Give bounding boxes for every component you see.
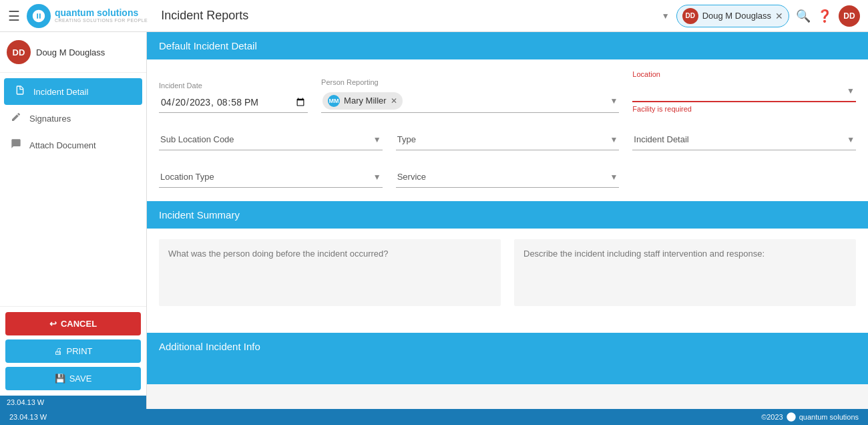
logo: quantum solutions CREATING SOLUTIONS FOR… bbox=[27, 4, 148, 28]
incident-detail-select[interactable]: Incident Detail ▼ bbox=[632, 129, 856, 150]
form-row-3: Location Type ▼ Service ▼ bbox=[159, 166, 856, 188]
summary-textarea-1[interactable] bbox=[159, 239, 501, 306]
header-user-avatar: DD bbox=[682, 8, 698, 24]
search-button[interactable]: 🔍 bbox=[796, 9, 811, 23]
cancel-button[interactable]: ↩ CANCEL bbox=[5, 312, 141, 335]
save-icon: 💾 bbox=[55, 374, 65, 384]
service-select[interactable]: Service ▼ bbox=[396, 166, 620, 188]
type-arrow: ▼ bbox=[610, 135, 618, 144]
form-row-1: Incident Date Person Reporting MM Mary M… bbox=[159, 70, 856, 113]
person-dot: MM bbox=[328, 95, 340, 107]
incident-summary-section-header: Incident Summary bbox=[147, 201, 868, 229]
sidebar-item-incident-detail[interactable]: Incident Detail bbox=[4, 78, 142, 105]
main-layout: DD Doug M Douglass Incident Detail Signa… bbox=[0, 32, 868, 409]
additional-incident-section-header: Additional Incident Info bbox=[147, 333, 868, 360]
user-tag: DD Doug M Douglass ✕ bbox=[676, 5, 789, 27]
save-button[interactable]: 💾 SAVE bbox=[5, 367, 141, 390]
user-avatar-button[interactable]: DD bbox=[839, 5, 860, 27]
footer-logo: ©2023 quantum solutions bbox=[761, 412, 859, 422]
sidebar-bottom: ↩ CANCEL 🖨 PRINT 💾 SAVE bbox=[0, 306, 146, 396]
footer: 23.04.13 W ©2023 quantum solutions bbox=[0, 409, 868, 425]
form-row-2: Sub Location Code ▼ Type ▼ Incident Deta… bbox=[159, 129, 856, 150]
incident-date-input[interactable] bbox=[159, 92, 308, 113]
sidebar-item-label-signatures: Signatures bbox=[29, 114, 71, 124]
incident-summary-form: // set placeholder after DOM bbox=[147, 229, 868, 333]
sub-location-field: Sub Location Code ▼ bbox=[159, 129, 383, 150]
incident-detail-placeholder: Incident Detail bbox=[634, 134, 688, 144]
cancel-icon: ↩ bbox=[49, 319, 57, 329]
service-placeholder: Service bbox=[397, 172, 426, 182]
default-incident-section-header: Default Incident Detail bbox=[147, 32, 868, 59]
location-type-arrow: ▼ bbox=[373, 172, 381, 182]
sidebar-user: DD Doug M Douglass bbox=[0, 32, 146, 73]
user-tag-close-icon[interactable]: ✕ bbox=[775, 11, 783, 21]
location-field: Location ▼ Facility is required bbox=[632, 70, 856, 113]
service-arrow: ▼ bbox=[610, 172, 618, 182]
person-reporting-input[interactable]: MM Mary Miller ✕ ▼ bbox=[321, 89, 619, 113]
incident-detail-arrow: ▼ bbox=[847, 135, 855, 144]
person-reporting-arrow[interactable]: ▼ bbox=[610, 96, 618, 106]
print-icon: 🖨 bbox=[54, 346, 63, 356]
location-label: Location bbox=[632, 70, 856, 78]
footer-version: 23.04.13 W bbox=[9, 413, 47, 421]
sidebar-nav: Incident Detail Signatures Attach Docume… bbox=[0, 73, 146, 306]
sidebar: DD Doug M Douglass Incident Detail Signa… bbox=[0, 32, 147, 409]
summary-textarea-2[interactable] bbox=[514, 239, 856, 306]
type-placeholder: Type bbox=[397, 134, 416, 144]
version-bar: 23.04.13 W bbox=[0, 396, 146, 409]
signature-icon bbox=[9, 112, 23, 125]
service-field: Service ▼ bbox=[396, 166, 620, 188]
app-header: ☰ quantum solutions CREATING SOLUTIONS F… bbox=[0, 0, 868, 32]
page-title: Incident Reports bbox=[161, 9, 662, 23]
location-type-select[interactable]: Location Type ▼ bbox=[159, 166, 383, 188]
type-field: Type ▼ bbox=[396, 129, 620, 150]
person-reporting-field: Person Reporting MM Mary Miller ✕ ▼ bbox=[321, 78, 619, 113]
user-dropdown-arrow[interactable]: ▼ bbox=[662, 11, 670, 21]
location-type-field: Location Type ▼ bbox=[159, 166, 383, 188]
sidebar-item-label-attach: Attach Document bbox=[29, 140, 96, 150]
document-icon bbox=[13, 85, 27, 98]
location-type-placeholder: Location Type bbox=[160, 172, 214, 182]
sub-location-arrow: ▼ bbox=[373, 135, 381, 144]
logo-icon bbox=[27, 4, 51, 28]
default-incident-form: Incident Date Person Reporting MM Mary M… bbox=[147, 59, 868, 201]
person-tag: MM Mary Miller ✕ bbox=[322, 92, 403, 110]
sidebar-item-label-incident: Incident Detail bbox=[33, 87, 88, 97]
location-error-msg: Facility is required bbox=[632, 105, 856, 113]
incident-date-field: Incident Date bbox=[159, 82, 308, 113]
incident-detail-field: Incident Detail ▼ bbox=[632, 129, 856, 150]
sidebar-username: Doug M Douglass bbox=[36, 47, 105, 57]
sidebar-item-signatures[interactable]: Signatures bbox=[0, 105, 146, 132]
sidebar-item-attach-document[interactable]: Attach Document bbox=[0, 132, 146, 158]
type-select[interactable]: Type ▼ bbox=[396, 129, 620, 150]
print-button[interactable]: 🖨 PRINT bbox=[5, 339, 141, 363]
help-button[interactable]: ❓ bbox=[817, 9, 832, 23]
header-user-name: Doug M Douglass bbox=[702, 11, 771, 21]
location-arrow: ▼ bbox=[847, 86, 855, 96]
menu-icon[interactable]: ☰ bbox=[8, 8, 20, 24]
summary-row: // set placeholder after DOM bbox=[159, 239, 856, 306]
incident-date-label: Incident Date bbox=[159, 82, 308, 90]
content-area: Default Incident Detail Incident Date Pe… bbox=[147, 32, 868, 409]
location-select[interactable]: ▼ bbox=[632, 81, 856, 102]
attach-icon bbox=[9, 138, 23, 152]
additional-blue-bar bbox=[147, 360, 868, 384]
sidebar-avatar: DD bbox=[7, 40, 31, 64]
person-tag-close-icon[interactable]: ✕ bbox=[391, 96, 397, 106]
logo-text: quantum solutions CREATING SOLUTIONS FOR… bbox=[55, 8, 148, 23]
person-reporting-label: Person Reporting bbox=[321, 78, 619, 86]
person-tag-name: Mary Miller bbox=[344, 96, 387, 106]
sub-location-placeholder: Sub Location Code bbox=[160, 134, 234, 144]
header-right: ▼ DD Doug M Douglass ✕ 🔍 ❓ DD bbox=[662, 5, 860, 27]
sub-location-select[interactable]: Sub Location Code ▼ bbox=[159, 129, 383, 150]
